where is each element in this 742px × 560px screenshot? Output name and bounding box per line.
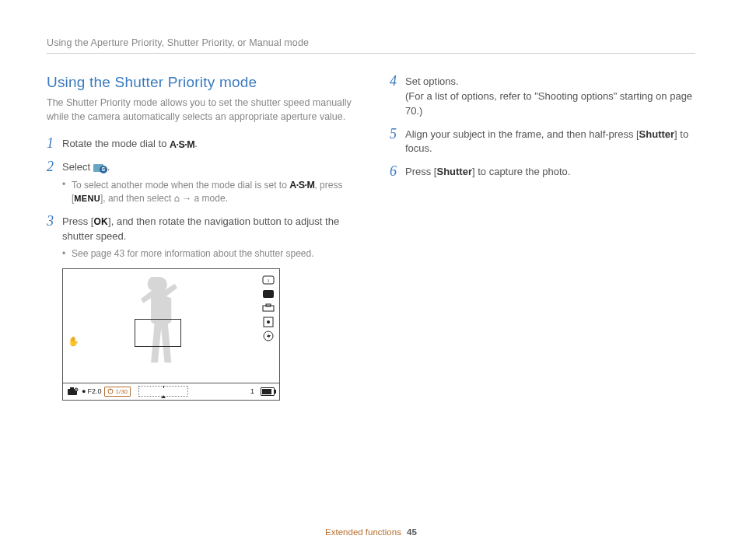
footer-page-number: 45 — [407, 527, 417, 537]
page-footer: Extended functions 45 — [0, 527, 742, 537]
preview-status-bar: S ● F2.0 1/30 1 — [63, 383, 279, 400]
shutter-mode-select-icon: S — [93, 163, 107, 173]
step-sub-bullet: • To select another mode when the mode d… — [62, 178, 352, 206]
shots-remaining: 1 — [250, 387, 254, 395]
size-icon: I — [262, 275, 275, 285]
ev-scale-icon — [138, 386, 188, 397]
step-3: 3 Press [OK], and then rotate the naviga… — [47, 214, 352, 261]
step-number: 2 — [47, 159, 62, 175]
bullet-dot: • — [62, 247, 72, 261]
step-text-pre: Press [ — [62, 215, 93, 227]
step-body: Rotate the mode dial to A·S·M. — [62, 136, 198, 152]
svg-text:I: I — [268, 278, 269, 283]
shutter-text: 1/30 — [115, 388, 128, 395]
step-text-post: ] to capture the photo. — [472, 166, 570, 177]
step-line2: (For a list of options, refer to "Shooti… — [405, 90, 692, 117]
step-body: Press [Shutter] to capture the photo. — [405, 164, 570, 180]
step-number: 3 — [47, 214, 62, 229]
sub-post: a mode. — [191, 193, 228, 204]
sub-text: See page 43 for more information about t… — [72, 247, 314, 261]
metering-icon — [262, 317, 275, 327]
shutter-bold: Shutter — [436, 166, 472, 177]
step-text: Rotate the mode dial to — [62, 138, 170, 149]
step-text-pre: Press [ — [405, 166, 436, 177]
svg-rect-9 — [70, 387, 74, 390]
step-2: 2 Select S . • To select another mode wh… — [47, 159, 352, 206]
step-text-post: . — [107, 161, 110, 173]
step-1: 1 Rotate the mode dial to A·S·M. — [47, 136, 352, 152]
arrow-icon: → — [182, 193, 191, 204]
right-column: 4 Set options. (For a list of options, r… — [390, 74, 695, 401]
shutter-bold: Shutter — [639, 128, 675, 140]
preview-main: ✋ I — [63, 269, 279, 383]
focus-mode-icon — [262, 303, 275, 313]
mode-letter: S — [100, 166, 107, 173]
section-title: Using the Shutter Priority mode — [47, 74, 352, 91]
step-body: Align your subject in the frame, and the… — [405, 127, 695, 157]
footer-section: Extended functions — [325, 527, 401, 537]
aperture-text: F2.0 — [87, 387, 101, 395]
svg-rect-2 — [263, 290, 274, 298]
step-text: Select — [62, 161, 93, 173]
step-body: Select S . • To select another mode when… — [62, 159, 352, 206]
step-number: 1 — [47, 136, 62, 152]
page-header: Using the Aperture Priority, Shutter Pri… — [47, 37, 695, 54]
step-line1: Set options. — [405, 75, 459, 87]
step-5: 5 Align your subject in the frame, and t… — [390, 127, 695, 157]
asm-icon: A·S·M — [289, 180, 314, 191]
aperture-value: ● F2.0 — [82, 387, 101, 395]
bullet-dot: • — [62, 178, 72, 206]
svg-text:S: S — [75, 388, 78, 392]
camera-mode-icon: S — [68, 387, 79, 395]
section-intro: The Shutter Priority mode allows you to … — [47, 96, 352, 124]
step-sub-bullet: • See page 43 for more information about… — [62, 247, 352, 261]
dial-icon — [107, 388, 114, 394]
step-number: 6 — [390, 164, 405, 180]
step-6: 6 Press [Shutter] to capture the photo. — [390, 164, 695, 180]
left-column: Using the Shutter Priority mode The Shut… — [47, 74, 352, 401]
sub-text: To select another mode when the mode dia… — [72, 178, 352, 206]
flash-icon — [262, 331, 275, 341]
svg-point-6 — [267, 320, 270, 324]
step-body: Press [OK], and then rotate the navigati… — [62, 214, 352, 261]
step-text-pre: Align your subject in the frame, and the… — [405, 128, 639, 140]
sub-pre: To select another mode when the mode dia… — [72, 180, 289, 191]
menu-icon: MENU — [74, 194, 100, 203]
sub-mid2: ], and then select — [100, 193, 174, 204]
quality-icon — [262, 289, 275, 299]
stabilization-icon: ✋ — [68, 336, 79, 347]
step-body: Set options. (For a list of options, ref… — [405, 74, 695, 119]
step-number: 5 — [390, 127, 405, 142]
ok-icon: OK — [93, 216, 108, 227]
step-text-post: . — [194, 138, 198, 149]
home-icon: ⌂ — [174, 193, 180, 204]
shutter-speed-box: 1/30 — [104, 387, 131, 397]
asm-icon: A·S·M — [170, 140, 194, 150]
camera-preview-illustration: ✋ I S ● F2.0 1/30 — [62, 268, 280, 401]
content-columns: Using the Shutter Priority mode The Shut… — [47, 74, 695, 401]
battery-icon — [261, 387, 275, 396]
step-number: 4 — [390, 74, 405, 89]
step-4: 4 Set options. (For a list of options, r… — [390, 74, 695, 119]
preview-right-icons: I — [262, 275, 275, 341]
focus-rectangle-icon — [135, 319, 181, 347]
